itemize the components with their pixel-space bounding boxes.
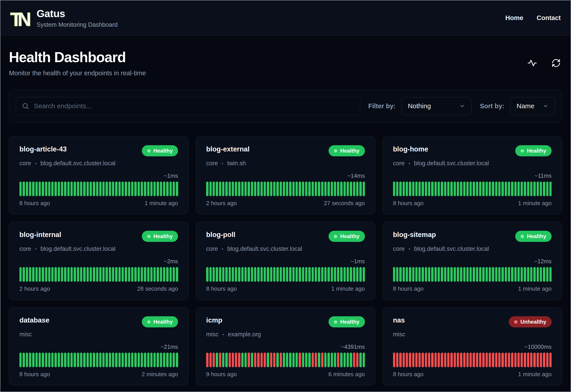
status-bar[interactable] — [45, 267, 47, 282]
status-bar[interactable] — [232, 267, 234, 282]
status-bar[interactable] — [35, 267, 38, 282]
status-bar[interactable] — [283, 182, 285, 196]
status-bar[interactable] — [74, 182, 76, 196]
status-bar[interactable] — [112, 182, 114, 196]
sort-select[interactable]: Name — [510, 97, 555, 115]
status-bar[interactable] — [119, 267, 121, 282]
status-bar[interactable] — [473, 352, 475, 367]
status-bar[interactable] — [540, 267, 542, 282]
status-bar[interactable] — [315, 182, 317, 196]
status-bar[interactable] — [530, 182, 532, 196]
status-bar[interactable] — [292, 182, 295, 196]
status-bar[interactable] — [308, 182, 311, 196]
status-bar[interactable] — [406, 182, 408, 196]
status-bar[interactable] — [83, 182, 85, 196]
status-bar[interactable] — [476, 182, 478, 196]
status-bar[interactable] — [511, 182, 513, 196]
status-bar[interactable] — [128, 182, 130, 196]
status-bar[interactable] — [537, 182, 539, 196]
status-bar[interactable] — [219, 182, 221, 196]
status-bar[interactable] — [32, 182, 34, 196]
status-bar[interactable] — [353, 267, 355, 282]
status-bar[interactable] — [454, 182, 456, 196]
status-bar[interactable] — [486, 182, 488, 196]
status-bar[interactable] — [169, 182, 172, 196]
status-bar[interactable] — [331, 352, 333, 367]
status-bar[interactable] — [67, 352, 70, 367]
status-bar[interactable] — [141, 267, 143, 282]
status-bar[interactable] — [229, 267, 231, 282]
status-bar[interactable] — [299, 352, 301, 367]
status-bar[interactable] — [302, 182, 304, 196]
status-bar[interactable] — [444, 352, 446, 367]
status-bar[interactable] — [112, 267, 114, 282]
status-bar[interactable] — [229, 352, 231, 367]
status-bar[interactable] — [241, 352, 243, 367]
status-bar[interactable] — [505, 352, 507, 367]
status-bar[interactable] — [163, 352, 165, 367]
status-bar[interactable] — [138, 267, 140, 282]
status-bar[interactable] — [147, 267, 150, 282]
status-bar[interactable] — [296, 182, 298, 196]
status-bar[interactable] — [476, 352, 478, 367]
status-bar[interactable] — [157, 267, 159, 282]
status-bar[interactable] — [328, 352, 330, 367]
status-bar[interactable] — [460, 352, 462, 367]
status-bar[interactable] — [206, 267, 208, 282]
status-bar[interactable] — [26, 182, 28, 196]
status-bar[interactable] — [144, 267, 146, 282]
status-bar[interactable] — [23, 352, 25, 367]
status-bar[interactable] — [83, 352, 85, 367]
status-bar[interactable] — [356, 352, 359, 367]
status-bar[interactable] — [99, 182, 102, 196]
refresh-icon[interactable] — [551, 58, 561, 68]
status-bar[interactable] — [166, 182, 168, 196]
status-bar[interactable] — [67, 267, 70, 282]
status-bar[interactable] — [54, 182, 57, 196]
status-bar[interactable] — [210, 352, 212, 367]
status-bar[interactable] — [312, 352, 314, 367]
status-bar[interactable] — [543, 267, 545, 282]
status-bar[interactable] — [350, 182, 352, 196]
status-bar[interactable] — [286, 267, 288, 282]
status-bar[interactable] — [115, 182, 117, 196]
status-bar[interactable] — [421, 182, 424, 196]
status-bar[interactable] — [87, 182, 89, 196]
status-bar[interactable] — [222, 182, 224, 196]
status-bar[interactable] — [119, 352, 121, 367]
status-bar[interactable] — [42, 352, 44, 367]
status-bar[interactable] — [166, 267, 168, 282]
status-bar[interactable] — [35, 182, 38, 196]
status-bar[interactable] — [359, 352, 361, 367]
status-bar[interactable] — [112, 352, 114, 367]
status-bar[interactable] — [415, 352, 418, 367]
status-bar[interactable] — [428, 352, 430, 367]
status-bar[interactable] — [74, 352, 76, 367]
status-bar[interactable] — [157, 352, 159, 367]
status-bar[interactable] — [74, 267, 76, 282]
status-bar[interactable] — [29, 267, 31, 282]
status-bar[interactable] — [460, 267, 462, 282]
status-bar[interactable] — [324, 352, 327, 367]
status-bar[interactable] — [270, 267, 272, 282]
status-bar[interactable] — [254, 267, 256, 282]
status-bar[interactable] — [96, 182, 98, 196]
activity-icon[interactable] — [527, 58, 537, 68]
status-bar[interactable] — [267, 267, 269, 282]
status-bar[interactable] — [80, 352, 82, 367]
endpoint-card[interactable]: blog-sitemapHealthycore•blog.default.svc… — [383, 222, 562, 300]
status-bar[interactable] — [121, 352, 124, 367]
status-bar[interactable] — [479, 352, 481, 367]
status-bar[interactable] — [457, 182, 459, 196]
status-bar[interactable] — [292, 352, 295, 367]
status-bar[interactable] — [280, 352, 282, 367]
status-bar[interactable] — [26, 352, 28, 367]
status-bar[interactable] — [251, 182, 253, 196]
status-bar[interactable] — [87, 352, 89, 367]
status-bar[interactable] — [425, 352, 427, 367]
status-bar[interactable] — [356, 267, 359, 282]
endpoint-card[interactable]: blog-pollHealthycore•blog.default.svc.cl… — [195, 222, 375, 300]
status-bar[interactable] — [305, 182, 307, 196]
status-bar[interactable] — [450, 182, 452, 196]
status-bar[interactable] — [222, 267, 224, 282]
